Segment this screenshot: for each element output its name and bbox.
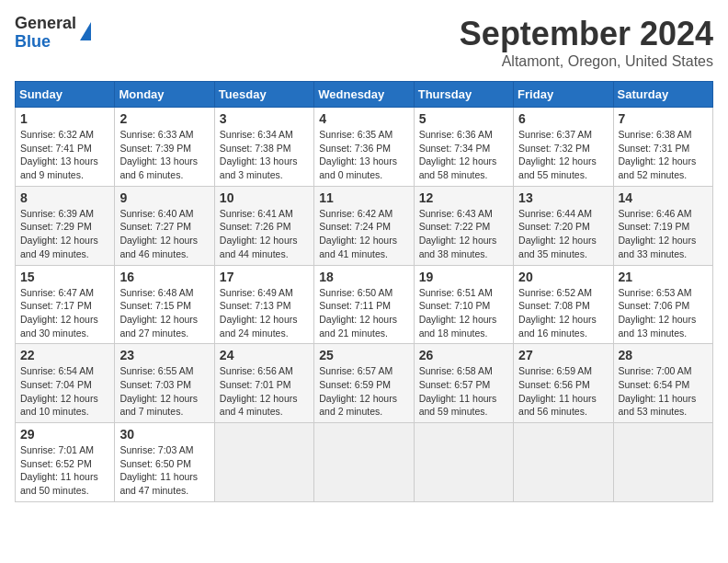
day-number: 21 <box>619 270 708 284</box>
day-number: 9 <box>119 190 209 205</box>
day-info: Sunrise: 6:33 AMSunset: 7:39 PMDaylight:… <box>119 128 209 182</box>
header-thursday: Thursday <box>414 82 513 108</box>
day-number: 1 <box>20 111 109 126</box>
calendar-week-row: 22Sunrise: 6:54 AMSunset: 7:04 PMDayligh… <box>16 344 713 423</box>
day-number: 30 <box>119 427 209 442</box>
table-row <box>314 423 414 502</box>
table-row: 27Sunrise: 6:59 AMSunset: 6:56 PMDayligh… <box>514 344 613 423</box>
day-info: Sunrise: 6:51 AMSunset: 7:10 PMDaylight:… <box>419 286 508 340</box>
day-number: 12 <box>419 190 508 205</box>
table-row: 30Sunrise: 7:03 AMSunset: 6:50 PMDayligh… <box>115 423 214 502</box>
table-row: 9Sunrise: 6:40 AMSunset: 7:27 PMDaylight… <box>115 186 214 265</box>
table-row: 13Sunrise: 6:44 AMSunset: 7:20 PMDayligh… <box>514 186 613 265</box>
day-number: 16 <box>119 270 209 284</box>
day-number: 11 <box>319 190 408 205</box>
day-number: 19 <box>419 270 508 284</box>
day-info: Sunrise: 6:55 AMSunset: 7:03 PMDaylight:… <box>119 364 209 419</box>
day-info: Sunrise: 6:46 AMSunset: 7:19 PMDaylight:… <box>619 207 708 261</box>
day-info: Sunrise: 6:44 AMSunset: 7:20 PMDaylight:… <box>518 207 608 261</box>
day-number: 28 <box>619 348 708 362</box>
day-number: 10 <box>220 190 309 205</box>
day-number: 14 <box>619 190 708 205</box>
calendar-table: Sunday Monday Tuesday Wednesday Thursday… <box>15 81 713 502</box>
table-row: 10Sunrise: 6:41 AMSunset: 7:26 PMDayligh… <box>214 186 313 265</box>
table-row: 29Sunrise: 7:01 AMSunset: 6:52 PMDayligh… <box>16 423 115 502</box>
day-number: 5 <box>419 111 508 126</box>
header-sunday: Sunday <box>16 82 115 108</box>
day-number: 8 <box>20 190 109 205</box>
day-number: 22 <box>20 348 109 362</box>
table-row <box>613 423 712 502</box>
table-row: 3Sunrise: 6:34 AMSunset: 7:38 PMDaylight… <box>214 108 313 187</box>
day-number: 26 <box>419 348 508 362</box>
table-row: 24Sunrise: 6:56 AMSunset: 7:01 PMDayligh… <box>214 344 313 423</box>
day-info: Sunrise: 6:34 AMSunset: 7:38 PMDaylight:… <box>220 128 309 182</box>
day-number: 15 <box>20 270 109 284</box>
day-number: 7 <box>619 111 708 126</box>
location-subtitle: Altamont, Oregon, United States <box>460 53 713 70</box>
day-number: 20 <box>518 270 608 284</box>
table-row: 23Sunrise: 6:55 AMSunset: 7:03 PMDayligh… <box>115 344 214 423</box>
day-info: Sunrise: 6:39 AMSunset: 7:29 PMDaylight:… <box>20 207 109 261</box>
logo-triangle-icon <box>80 22 91 40</box>
table-row: 12Sunrise: 6:43 AMSunset: 7:22 PMDayligh… <box>414 186 513 265</box>
table-row: 2Sunrise: 6:33 AMSunset: 7:39 PMDaylight… <box>115 108 214 187</box>
day-info: Sunrise: 6:47 AMSunset: 7:17 PMDaylight:… <box>20 286 109 340</box>
calendar-week-row: 29Sunrise: 7:01 AMSunset: 6:52 PMDayligh… <box>16 423 713 502</box>
day-info: Sunrise: 6:48 AMSunset: 7:15 PMDaylight:… <box>119 286 209 340</box>
table-row <box>414 423 513 502</box>
table-row: 19Sunrise: 6:51 AMSunset: 7:10 PMDayligh… <box>414 265 513 344</box>
title-area: September 2024 Altamont, Oregon, United … <box>460 15 713 70</box>
table-row: 11Sunrise: 6:42 AMSunset: 7:24 PMDayligh… <box>314 186 414 265</box>
day-info: Sunrise: 6:41 AMSunset: 7:26 PMDaylight:… <box>220 207 309 261</box>
day-info: Sunrise: 6:53 AMSunset: 7:06 PMDaylight:… <box>619 286 708 340</box>
day-info: Sunrise: 6:50 AMSunset: 7:11 PMDaylight:… <box>319 286 408 340</box>
logo-text-block: General Blue <box>15 15 76 52</box>
table-row: 16Sunrise: 6:48 AMSunset: 7:15 PMDayligh… <box>115 265 214 344</box>
day-number: 3 <box>220 111 309 126</box>
table-row: 4Sunrise: 6:35 AMSunset: 7:36 PMDaylight… <box>314 108 414 187</box>
day-info: Sunrise: 7:03 AMSunset: 6:50 PMDaylight:… <box>119 443 209 498</box>
header-wednesday: Wednesday <box>314 82 414 108</box>
day-info: Sunrise: 6:32 AMSunset: 7:41 PMDaylight:… <box>20 128 109 182</box>
day-number: 17 <box>220 270 309 284</box>
day-info: Sunrise: 6:52 AMSunset: 7:08 PMDaylight:… <box>518 286 608 340</box>
day-info: Sunrise: 7:00 AMSunset: 6:54 PMDaylight:… <box>619 364 708 419</box>
page-header: General Blue September 2024 Altamont, Or… <box>15 15 713 70</box>
table-row: 20Sunrise: 6:52 AMSunset: 7:08 PMDayligh… <box>514 265 613 344</box>
header-friday: Friday <box>514 82 613 108</box>
table-row: 22Sunrise: 6:54 AMSunset: 7:04 PMDayligh… <box>16 344 115 423</box>
table-row: 26Sunrise: 6:58 AMSunset: 6:57 PMDayligh… <box>414 344 513 423</box>
day-info: Sunrise: 6:57 AMSunset: 6:59 PMDaylight:… <box>319 364 408 419</box>
logo-general: General <box>15 15 76 33</box>
table-row: 18Sunrise: 6:50 AMSunset: 7:11 PMDayligh… <box>314 265 414 344</box>
day-info: Sunrise: 6:49 AMSunset: 7:13 PMDaylight:… <box>220 286 309 340</box>
table-row: 15Sunrise: 6:47 AMSunset: 7:17 PMDayligh… <box>16 265 115 344</box>
day-number: 27 <box>518 348 608 362</box>
day-info: Sunrise: 6:37 AMSunset: 7:32 PMDaylight:… <box>518 128 608 182</box>
table-row: 21Sunrise: 6:53 AMSunset: 7:06 PMDayligh… <box>613 265 712 344</box>
day-info: Sunrise: 6:36 AMSunset: 7:34 PMDaylight:… <box>419 128 508 182</box>
day-info: Sunrise: 6:58 AMSunset: 6:57 PMDaylight:… <box>419 364 508 419</box>
day-number: 25 <box>319 348 408 362</box>
table-row: 1Sunrise: 6:32 AMSunset: 7:41 PMDaylight… <box>16 108 115 187</box>
table-row: 8Sunrise: 6:39 AMSunset: 7:29 PMDaylight… <box>16 186 115 265</box>
table-row: 25Sunrise: 6:57 AMSunset: 6:59 PMDayligh… <box>314 344 414 423</box>
day-number: 2 <box>119 111 209 126</box>
day-number: 29 <box>20 427 109 442</box>
table-row: 14Sunrise: 6:46 AMSunset: 7:19 PMDayligh… <box>613 186 712 265</box>
day-info: Sunrise: 6:38 AMSunset: 7:31 PMDaylight:… <box>619 128 708 182</box>
table-row: 5Sunrise: 6:36 AMSunset: 7:34 PMDaylight… <box>414 108 513 187</box>
header-tuesday: Tuesday <box>214 82 313 108</box>
day-info: Sunrise: 6:56 AMSunset: 7:01 PMDaylight:… <box>220 364 309 419</box>
day-number: 18 <box>319 270 408 284</box>
table-row: 6Sunrise: 6:37 AMSunset: 7:32 PMDaylight… <box>514 108 613 187</box>
header-saturday: Saturday <box>613 82 712 108</box>
table-row <box>214 423 313 502</box>
day-info: Sunrise: 6:35 AMSunset: 7:36 PMDaylight:… <box>319 128 408 182</box>
calendar-week-row: 1Sunrise: 6:32 AMSunset: 7:41 PMDaylight… <box>16 108 713 187</box>
day-info: Sunrise: 7:01 AMSunset: 6:52 PMDaylight:… <box>20 443 109 498</box>
day-info: Sunrise: 6:59 AMSunset: 6:56 PMDaylight:… <box>518 364 608 419</box>
table-row <box>514 423 613 502</box>
day-number: 6 <box>518 111 608 126</box>
